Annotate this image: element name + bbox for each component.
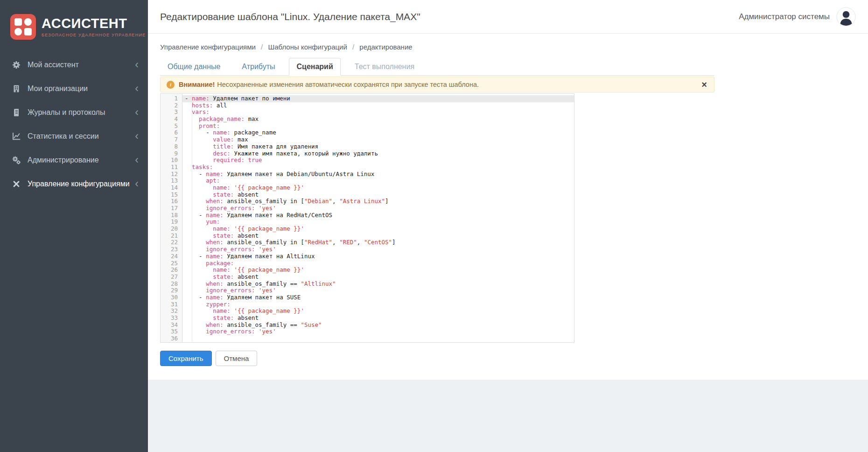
sidebar-item-label: Управление конфигурациями <box>28 180 130 188</box>
line-number: 21 <box>161 233 182 240</box>
breadcrumb-separator: / <box>352 43 354 51</box>
app-root: АССИСТЕНТ БЕЗОПАСНОЕ УДАЛЕННОЕ УПРАВЛЕНИ… <box>0 0 868 452</box>
content: Управление конфигурациями / Шаблоны конф… <box>148 34 868 366</box>
line-number: 4 <box>161 116 182 123</box>
sidebar-item-configurations[interactable]: Управление конфигурациями ‹ <box>0 172 148 196</box>
brand-name: АССИСТЕНТ <box>42 17 146 30</box>
sidebar-item-organizations[interactable]: Мои организации ‹ <box>0 77 148 100</box>
line-number: 5 <box>161 123 182 130</box>
brand[interactable]: АССИСТЕНТ БЕЗОПАСНОЕ УДАЛЕННОЕ УПРАВЛЕНИ… <box>0 0 148 51</box>
code-line: apt: <box>185 177 574 184</box>
line-number: 17 <box>161 205 182 212</box>
line-number: 15 <box>161 191 182 198</box>
sidebar-item-label: Администрирование <box>28 156 99 164</box>
code-line: ignore_errors: 'yes' <box>185 287 574 294</box>
page-title: Редактирование шаблона "Linux. Удаление … <box>160 11 420 22</box>
footer-area <box>148 380 868 452</box>
tab-bar: Общие данные Атрибуты Сценарий Тест выпо… <box>160 58 714 76</box>
tools-icon <box>12 180 21 188</box>
code-line: state: absent <box>185 233 574 240</box>
line-number: 32 <box>161 308 182 315</box>
main-area: Редактирование шаблона "Linux. Удаление … <box>148 0 868 452</box>
line-number: 6 <box>161 129 182 136</box>
breadcrumb-link-configuration-templates[interactable]: Шаблоны конфигураций <box>268 43 347 51</box>
code-line: title: Имя пакета для удаления <box>185 143 574 150</box>
editor-gutter: 1234567891011121314151617181920212223242… <box>161 94 182 342</box>
save-button[interactable]: Сохранить <box>160 351 212 366</box>
line-number: 10 <box>161 157 182 164</box>
code-line: required: true <box>185 157 574 164</box>
close-icon[interactable]: × <box>700 80 708 89</box>
code-line: state: absent <box>185 315 574 322</box>
code-line: - name: Удаляем пакет на RedHat/CentOS <box>185 212 574 219</box>
tab-scenario[interactable]: Сценарий <box>289 58 340 76</box>
line-number: 8 <box>161 143 182 150</box>
tab-test-execution[interactable]: Тест выполнения <box>347 58 422 76</box>
code-line: when: ansible_os_family == "Suse" <box>185 322 574 329</box>
sidebar-item-label: Статистика и сессии <box>28 132 99 141</box>
tab-attributes[interactable]: Атрибуты <box>234 58 282 76</box>
line-number: 20 <box>161 226 182 233</box>
line-number: 26 <box>161 267 182 274</box>
line-number: 16 <box>161 198 182 205</box>
sidebar-item-label: Мой ассистент <box>28 61 79 69</box>
line-number: 35 <box>161 328 182 335</box>
action-bar: Сохранить Отмена <box>160 351 856 366</box>
sidebar-item-label: Журналы и протоколы <box>28 108 105 117</box>
line-number: 25 <box>161 260 182 267</box>
sidebar-item-administration[interactable]: Администрирование ‹ <box>0 148 148 172</box>
code-line: ignore_errors: 'yes' <box>185 205 574 212</box>
line-number: 31 <box>161 301 182 308</box>
line-number: 11 <box>161 164 182 171</box>
code-editor[interactable]: 1234567891011121314151617181920212223242… <box>160 93 574 343</box>
editor-code[interactable]: - name: Удаляем пакет по имени hosts: al… <box>182 94 574 342</box>
code-line: ignore_errors: 'yes' <box>185 328 574 335</box>
cogs-icon <box>12 156 21 164</box>
warning-banner: i Внимание! Несохраненные изменения авто… <box>160 77 714 92</box>
header: Редактирование шаблона "Linux. Удаление … <box>148 0 868 34</box>
code-line: - name: package_name <box>185 129 574 136</box>
code-line: name: '{{ package_name }}' <box>185 226 574 233</box>
line-number: 22 <box>161 239 182 246</box>
line-number: 13 <box>161 177 182 184</box>
sidebar-item-statistics[interactable]: Статистика и сессии ‹ <box>0 124 148 148</box>
line-number: 1 <box>161 95 182 102</box>
code-line: hosts: all <box>185 102 574 109</box>
code-line: - name: Удаляем пакет на SUSE <box>185 294 574 301</box>
warning-text: Несохраненные изменения автоматически со… <box>217 81 479 88</box>
code-line: package: <box>185 260 574 267</box>
code-line <box>185 335 574 342</box>
breadcrumb-separator: / <box>261 43 263 51</box>
info-icon: i <box>167 81 175 89</box>
avatar[interactable] <box>836 7 856 27</box>
code-line: when: ansible_os_family in ["Debian", "A… <box>185 198 574 205</box>
code-line: value: max <box>185 136 574 143</box>
chevron-left-icon: ‹ <box>135 108 139 116</box>
line-number: 29 <box>161 287 182 294</box>
cancel-button[interactable]: Отмена <box>216 351 258 366</box>
code-line: ignore_errors: 'yes' <box>185 246 574 253</box>
code-line: - name: Удаляем пакет на Debian/Ubuntu/A… <box>185 171 574 178</box>
code-line: state: absent <box>185 274 574 281</box>
sidebar-item-journals[interactable]: Журналы и протоколы ‹ <box>0 100 148 124</box>
line-number: 3 <box>161 109 182 116</box>
code-line: tasks: <box>185 164 574 171</box>
chevron-left-icon: ‹ <box>135 179 139 188</box>
tab-general-data[interactable]: Общие данные <box>160 58 228 76</box>
code-line: vars: <box>185 109 574 116</box>
line-number: 36 <box>161 335 182 342</box>
breadcrumb-link-configuration-management[interactable]: Управление конфигурациями <box>160 43 256 51</box>
line-number: 19 <box>161 219 182 226</box>
sidebar-nav: Мой ассистент ‹ Мои организации ‹ Журнал… <box>0 53 148 196</box>
book-icon <box>12 108 21 117</box>
code-line: state: absent <box>185 191 574 198</box>
code-line: zypper: <box>185 301 574 308</box>
code-line: when: ansible_os_family == "Altlinux" <box>185 281 574 288</box>
code-line: yum: <box>185 219 574 226</box>
brand-text: АССИСТЕНТ БЕЗОПАСНОЕ УДАЛЕННОЕ УПРАВЛЕНИ… <box>42 17 146 37</box>
warning-title: Внимание! <box>179 81 215 88</box>
sidebar-item-my-assistant[interactable]: Мой ассистент ‹ <box>0 53 148 77</box>
line-number: 33 <box>161 315 182 322</box>
line-number: 12 <box>161 171 182 178</box>
chevron-left-icon: ‹ <box>135 60 139 69</box>
